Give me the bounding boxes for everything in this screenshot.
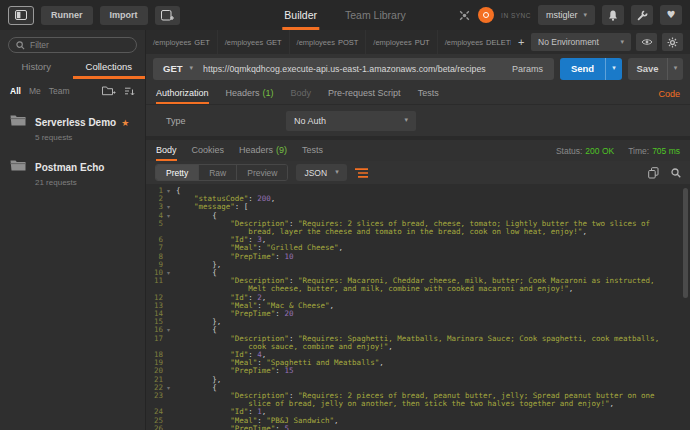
new-folder-icon[interactable] (102, 86, 116, 96)
open-request-tab[interactable]: /employeesPOST (290, 30, 367, 54)
open-request-tab[interactable]: /employeesDELETE (438, 30, 512, 54)
code-link[interactable]: Code (658, 83, 680, 104)
open-request-tab[interactable]: /employeesGET (146, 30, 218, 54)
open-request-tab[interactable]: /employeesPUT (366, 30, 437, 54)
response-tab-cookies[interactable]: Cookies (192, 140, 225, 161)
request-tab-authorization[interactable]: Authorization (156, 83, 209, 104)
import-button[interactable]: Import (100, 6, 148, 25)
fold-toggle-icon[interactable]: ▾ (163, 269, 174, 277)
collection-item[interactable]: Serverless Demo★5 requests (0, 103, 145, 148)
star-icon: ★ (121, 118, 129, 128)
scope-all[interactable]: All (10, 86, 21, 96)
params-button[interactable]: Params (501, 64, 554, 74)
chevron-down-icon: ▾ (612, 65, 616, 72)
response-body-editor[interactable]: 1▾{2"statusCode": 200,3▾"message": [4▾{5… (146, 184, 690, 430)
filter-input[interactable] (30, 40, 129, 50)
send-button[interactable]: Send ▾ (560, 58, 622, 80)
request-tab-label: Pre-request Script (328, 88, 401, 98)
code-text: }, (176, 376, 690, 384)
new-window-button[interactable] (155, 6, 180, 25)
code-token: , (271, 194, 276, 203)
code-line: 25"Meal": "PB&J Sandwich", (146, 417, 690, 425)
code-line: 8"PrepTime": 10 (146, 253, 690, 261)
sidebar-toggle-button[interactable] (8, 6, 34, 25)
code-text: "Description": "Requires: Spaghetti, Mea… (176, 335, 690, 351)
request-tab-body[interactable]: Body (291, 83, 312, 104)
format-select[interactable]: JSON ▾ (296, 164, 346, 181)
code-text: }, (176, 261, 690, 269)
sync-status-icon[interactable] (478, 7, 494, 23)
url-input[interactable] (203, 64, 501, 74)
method-select[interactable]: GET ▾ (153, 58, 203, 80)
url-container: GET ▾ Params (153, 58, 554, 80)
fold-toggle-icon (163, 310, 174, 318)
code-token: , (330, 301, 335, 310)
tab-history[interactable]: History (0, 57, 73, 79)
tab-collections[interactable]: Collections (73, 57, 146, 79)
fold-toggle-icon (163, 294, 174, 302)
environment-settings-button[interactable] (662, 33, 683, 51)
runner-button[interactable]: Runner (41, 6, 93, 25)
copy-icon[interactable] (648, 167, 659, 179)
save-options-button[interactable]: ▾ (667, 58, 683, 80)
scrollbar-thumb[interactable] (683, 188, 688, 298)
response-tab-label: Headers (239, 145, 273, 155)
notifications-button[interactable] (602, 5, 624, 25)
filter-search-box[interactable] (8, 37, 137, 53)
sort-icon[interactable] (125, 87, 135, 96)
code-line: 14"PrepTime": 20 (146, 310, 690, 318)
heart-icon: ♥ (667, 10, 676, 20)
view-preview-button[interactable]: Preview (237, 165, 287, 180)
search-response-icon[interactable] (671, 168, 681, 178)
fold-toggle-icon (163, 195, 174, 203)
code-token: { (212, 211, 217, 220)
collection-name-row: Serverless Demo★ (35, 112, 129, 130)
environment-preview-button[interactable] (636, 33, 657, 51)
code-token: , (339, 243, 344, 252)
scope-team[interactable]: Team (49, 86, 70, 96)
fold-toggle-icon[interactable]: ▾ (163, 203, 174, 211)
status-value: 200 OK (585, 146, 614, 156)
view-raw-button[interactable]: Raw (199, 165, 237, 180)
code-token: : (248, 194, 257, 203)
scope-me[interactable]: Me (29, 86, 41, 96)
fold-toggle-icon[interactable]: ▾ (163, 212, 174, 220)
open-request-tab[interactable]: /employeesGET (218, 30, 290, 54)
user-menu-button[interactable]: mstigler ▾ (538, 5, 595, 25)
tab-builder[interactable]: Builder (282, 0, 319, 30)
response-tab-tests[interactable]: Tests (302, 140, 323, 161)
fold-toggle-icon[interactable]: ▾ (163, 326, 174, 334)
code-token: , (388, 342, 393, 351)
code-line: 5"Description": "Requires: 2 slices of b… (146, 220, 690, 236)
header-right-cluster: IN SYNC mstigler ▾ ♥ (458, 5, 682, 25)
save-button[interactable]: Save ▾ (628, 58, 683, 80)
fold-toggle-icon[interactable]: ▾ (163, 187, 174, 195)
response-tab-headers[interactable]: Headers(9) (239, 140, 287, 161)
code-text: "PrepTime": 5 (176, 425, 690, 430)
auth-type-select[interactable]: No Auth ▾ (286, 111, 416, 131)
response-tab-body[interactable]: Body (156, 140, 177, 161)
view-pretty-button[interactable]: Pretty (156, 165, 199, 180)
collection-item[interactable]: Postman Echo21 requests (0, 148, 145, 193)
sync-satellite-icon[interactable] (458, 9, 471, 22)
settings-wrench-button[interactable] (631, 5, 653, 25)
bell-icon (608, 10, 618, 21)
new-tab-button[interactable]: + (511, 30, 531, 54)
send-options-button[interactable]: ▾ (605, 58, 622, 80)
fold-toggle-icon[interactable]: ▾ (163, 384, 174, 392)
request-tab-headers[interactable]: Headers(1) (226, 83, 274, 104)
code-line: 12"Id": 2, (146, 294, 690, 302)
chevron-down-icon: ▾ (620, 39, 624, 46)
tab-label: /employees (225, 38, 263, 47)
environment-select[interactable]: No Environment ▾ (531, 33, 631, 51)
beautify-icon[interactable] (355, 168, 368, 178)
favorites-button[interactable]: ♥ (660, 5, 682, 25)
request-tabstrip: /employeesGET/employeesGET/employeesPOST… (146, 30, 690, 54)
code-line: 11"Description": "Requires: Macaroni, Ch… (146, 277, 690, 293)
tab-team-library[interactable]: Team Library (343, 0, 408, 30)
code-token: "PrepTime" (230, 309, 275, 318)
eye-icon (641, 38, 653, 46)
request-tab-pre-request-script[interactable]: Pre-request Script (328, 83, 401, 104)
url-bar: GET ▾ Params Send ▾ Save ▾ (146, 54, 690, 83)
request-tab-tests[interactable]: Tests (418, 83, 439, 104)
